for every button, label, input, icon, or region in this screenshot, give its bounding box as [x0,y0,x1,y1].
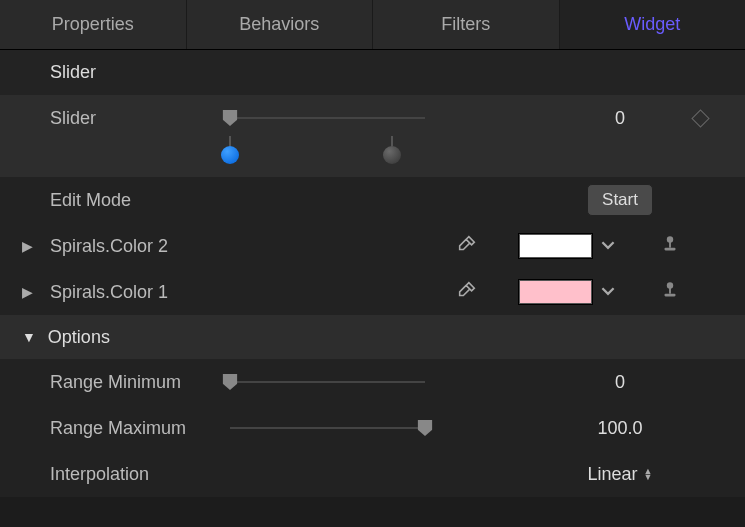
disclosure-color2[interactable]: ▶ [22,238,33,254]
slider-track[interactable] [230,108,425,128]
keyframe-icon[interactable] [691,109,709,127]
interpolation-label: Interpolation [50,464,230,485]
range-min-track[interactable] [230,372,425,392]
eyedropper-icon[interactable] [456,279,478,306]
color2-swatch[interactable] [518,233,593,259]
edit-mode-row: Edit Mode Start [0,177,745,223]
stepper-icon: ▲▼ [644,468,653,480]
interpolation-row: Interpolation Linear ▲▼ [0,451,745,497]
tab-bar: Properties Behaviors Filters Widget [0,0,745,50]
section-title: Slider [0,50,745,95]
slider-track-line [230,381,425,383]
chevron-down-icon[interactable] [601,236,615,257]
options-header[interactable]: ▼ Options [0,315,745,359]
tab-properties[interactable]: Properties [0,0,187,49]
tab-behaviors[interactable]: Behaviors [187,0,374,49]
options-label: Options [48,327,110,348]
slider-track-line [230,117,425,119]
slider-row: Slider 0 [0,95,745,141]
rig-icon[interactable] [659,233,681,260]
disclosure-options[interactable]: ▼ [22,329,36,345]
range-min-value[interactable]: 0 [565,372,675,393]
range-min-label: Range Minimum [50,372,230,393]
svg-rect-2 [665,247,676,250]
eyedropper-icon[interactable] [456,233,478,260]
color1-swatch[interactable] [518,279,593,305]
slider-track-line [230,427,425,429]
slider-value[interactable]: 0 [565,108,675,129]
range-max-thumb[interactable] [418,420,433,436]
range-max-value[interactable]: 100.0 [565,418,675,439]
disclosure-color1[interactable]: ▶ [22,284,33,300]
edit-mode-label: Edit Mode [50,190,230,211]
tab-widget[interactable]: Widget [560,0,746,49]
tab-filters[interactable]: Filters [373,0,560,49]
svg-rect-4 [669,287,671,293]
chevron-down-icon[interactable] [601,282,615,303]
interpolation-select[interactable]: Linear ▲▼ [565,464,675,485]
rig-icon[interactable] [659,279,681,306]
range-max-row: Range Maximum 100.0 [0,405,745,451]
slider-handle-start[interactable] [221,146,239,164]
range-min-row: Range Minimum 0 [0,359,745,405]
slider-handle-end[interactable] [383,146,401,164]
svg-rect-1 [669,241,671,247]
inspector-content: Slider Slider 0 Edit Mode Start ▶ [0,50,745,497]
color2-label: Spirals.Color 2 [50,236,168,257]
range-max-label: Range Maximum [50,418,230,439]
interpolation-value: Linear [588,464,638,485]
slider-handles-row [0,141,745,177]
color2-row: ▶ Spirals.Color 2 [0,223,745,269]
svg-rect-5 [665,293,676,296]
slider-label: Slider [50,108,230,129]
range-max-track[interactable] [230,418,425,438]
start-button[interactable]: Start [587,184,653,216]
color1-row: ▶ Spirals.Color 1 [0,269,745,315]
color1-label: Spirals.Color 1 [50,282,168,303]
handle-track[interactable] [230,141,425,177]
